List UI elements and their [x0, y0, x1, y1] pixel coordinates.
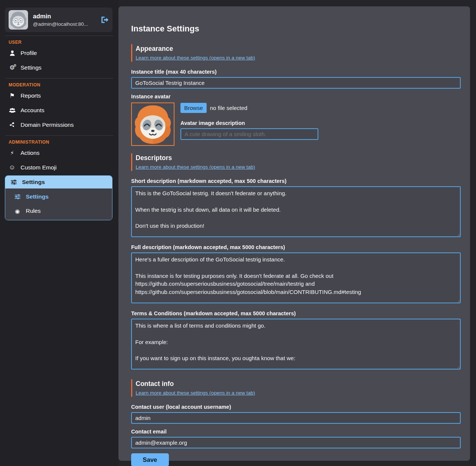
user-avatar [9, 10, 28, 30]
section-contact-info: Contact info Learn more about these sett… [131, 379, 461, 397]
full-description-label: Full description (markdown accepted, max… [131, 244, 461, 250]
instance-avatar-label: Instance avatar [131, 93, 461, 99]
terms-label: Terms & Conditions (markdown accepted, m… [131, 310, 461, 316]
sidebar-item-custom-emoji[interactable]: Custom Emoji [0, 160, 118, 175]
avatar-description-input[interactable] [180, 128, 318, 140]
sign-out-icon[interactable] [101, 16, 109, 24]
users-icon [9, 108, 16, 113]
user-icon [9, 50, 16, 56]
gears-icon [9, 65, 16, 71]
sidebar: admin @admin@localhost:80... USER Profil… [0, 0, 118, 466]
user-meta: admin @admin@localhost:80... [33, 13, 96, 27]
divider [5, 135, 113, 136]
circle-dot-icon [14, 208, 21, 214]
divider [5, 36, 113, 36]
section-heading: Contact info [136, 380, 461, 388]
sliders-icon [14, 194, 21, 200]
browse-button[interactable]: Browse [180, 103, 207, 113]
contact-email-label: Contact email [131, 429, 461, 435]
sidebar-item-label: Domain Permissions [21, 122, 74, 128]
page-title: Instance Settings [131, 24, 461, 34]
sidebar-item-label: Reports [21, 92, 41, 99]
section-heading: Appearance [136, 45, 461, 53]
file-status-text: no file selected [210, 105, 247, 111]
settings-menu-block: Settings Settings Rules [5, 175, 112, 220]
divider [5, 78, 113, 79]
section-appearance: Appearance Learn more about these settin… [131, 44, 461, 62]
sidebar-item-profile[interactable]: Profile [0, 46, 118, 60]
sidebar-item-reports[interactable]: Reports [0, 88, 118, 103]
sidebar-item-accounts[interactable]: Accounts [0, 103, 118, 117]
share-nodes-icon [9, 122, 16, 128]
user-card: admin @admin@localhost:80... [5, 7, 112, 32]
short-description-label: Short description (markdown accepted, ma… [131, 178, 461, 184]
sidebar-item-label: Settings [21, 64, 41, 71]
avatar-upload-column: Browse no file selected Avatar image des… [180, 102, 461, 146]
section-heading: Descriptors [136, 154, 461, 162]
contact-email-input[interactable] [131, 437, 461, 448]
sidebar-item-admin-settings[interactable]: Settings [5, 176, 112, 188]
instance-settings-panel: Instance Settings Appearance Learn more … [118, 6, 470, 461]
save-button[interactable]: Save [131, 453, 169, 466]
sidebar-item-label: Settings [22, 179, 45, 186]
submenu-item-label: Settings [26, 193, 49, 200]
terms-textarea[interactable]: This is where a list of terms and condit… [131, 319, 461, 370]
sidebar-item-label: Custom Emoji [21, 164, 56, 171]
sidebar-item-label: Accounts [21, 107, 44, 114]
user-name: admin [33, 13, 96, 20]
sidebar-item-user-settings[interactable]: Settings [0, 60, 118, 75]
learn-more-link[interactable]: Learn more about these settings (opens i… [136, 390, 255, 396]
full-description-textarea[interactable]: Here's a fuller description of the GoToS… [131, 252, 461, 303]
sidebar-category-user: USER [9, 40, 118, 45]
avatar-description-label: Avatar image description [180, 120, 461, 126]
bolt-icon [9, 150, 16, 156]
sidebar-category-moderation: MODERATION [9, 82, 118, 88]
submenu-item-label: Rules [26, 208, 41, 214]
sidebar-item-domain-permissions[interactable]: Domain Permissions [0, 117, 118, 132]
sliders-icon [10, 179, 17, 185]
instance-avatar-row: Browse no file selected Avatar image des… [131, 102, 461, 146]
contact-user-input[interactable] [131, 412, 461, 424]
flag-icon [9, 93, 16, 99]
instance-title-label: Instance title (max 40 characters) [131, 69, 461, 75]
submenu-item-rules[interactable]: Rules [5, 204, 112, 218]
short-description-textarea[interactable]: This is the GoToSocial testrig. It doesn… [131, 186, 461, 237]
contact-user-label: Contact user (local account username) [131, 404, 461, 410]
settings-submenu: Settings Rules [5, 188, 112, 220]
learn-more-link[interactable]: Learn more about these settings (opens i… [136, 55, 255, 61]
user-handle: @admin@localhost:80... [33, 21, 96, 27]
smiley-icon [9, 164, 16, 171]
sidebar-category-administration: ADMINISTRATION [9, 140, 118, 145]
submenu-item-settings[interactable]: Settings [5, 190, 112, 204]
instance-avatar-sloth-image [131, 102, 174, 146]
learn-more-link[interactable]: Learn more about these settings (opens i… [136, 164, 255, 170]
sidebar-item-actions[interactable]: Actions [0, 145, 118, 160]
sidebar-item-label: Actions [21, 150, 40, 156]
sloth-avatar-grey [9, 10, 28, 30]
file-picker: Browse no file selected [180, 103, 461, 113]
sidebar-item-label: Profile [21, 50, 37, 56]
instance-title-input[interactable] [131, 77, 461, 89]
section-descriptors: Descriptors Learn more about these setti… [131, 153, 461, 171]
